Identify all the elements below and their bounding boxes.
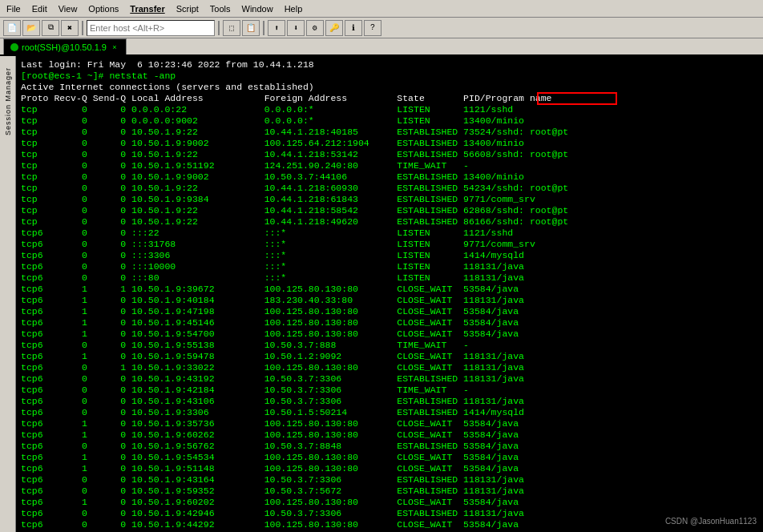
terminal-line: tcp6 1 0 10.50.1.9:54534 100.125.80.130:… (21, 452, 758, 463)
menu-transfer[interactable]: Transfer (125, 2, 169, 15)
menu-script[interactable]: Script (172, 2, 204, 15)
terminal-line: Proto Recv-Q Send-Q Local Address Foreig… (21, 93, 758, 104)
keygen-btn[interactable]: 🔑 (325, 20, 343, 36)
main-window: File Edit View Options Transfer Script T… (0, 0, 763, 532)
terminal-line: tcp6 0 0 10.50.1.9:56762 10.50.3.7:8848 … (21, 441, 758, 452)
terminal-line: [root@ecs-1 ~]# netstat -anp (21, 71, 758, 82)
toolbar: 📄 📂 ⧉ ✖ ⬚ 📋 ⬆ ⬇ ⚙ 🔑 ℹ ? (0, 18, 763, 38)
terminal-line: tcp6 1 0 10.50.1.9:40184 183.230.40.33:8… (21, 295, 758, 306)
menu-tools[interactable]: Tools (205, 2, 236, 15)
terminal-line: Active Internet connections (servers and… (21, 82, 758, 93)
settings-btn[interactable]: ⚙ (306, 20, 324, 36)
terminal-line: tcp6 0 0 10.50.1.9:43192 10.50.3.7:3306 … (21, 373, 758, 385)
terminal-line: tcp 0 0 10.50.1.9:22 10.44.1.218:60930 E… (21, 183, 758, 194)
new-session-btn[interactable]: 📄 (3, 20, 21, 36)
session-sidebar: Session Manager (0, 56, 16, 532)
terminal-line: tcp6 1 0 10.50.1.9:35736 100.125.80.130:… (21, 418, 758, 429)
terminal-line: tcp 0 0 10.50.1.9:22 10.44.1.218:53142 E… (21, 149, 758, 160)
terminal-line: tcp 0 0 10.50.1.9:9384 10.44.1.218:61843… (21, 194, 758, 205)
info-btn[interactable]: ℹ (345, 20, 362, 36)
tab-close-btn[interactable]: × (110, 42, 119, 52)
menu-file[interactable]: File (2, 2, 26, 15)
download-btn[interactable]: ⬇ (287, 20, 305, 36)
terminal-line: tcp6 0 0 10.50.1.9:44292 100.125.80.130:… (21, 519, 758, 530)
terminal-line: tcp6 0 0 :::3306 :::* LISTEN 1414/mysqld (21, 250, 758, 261)
terminal-line: tcp6 0 0 10.50.1.9:59352 10.50.3.7:5672 … (21, 486, 758, 497)
terminal-line: tcp6 0 0 10.50.1.9:3306 10.50.1.5:50214 … (21, 407, 758, 418)
terminal-line: tcp 0 0 10.50.1.9:51192 124.251.90.240:8… (21, 160, 758, 171)
tabbar: root(SSH)@10.50.1.9 × (0, 38, 763, 56)
terminal-line: tcp6 0 0 10.50.1.9:43164 10.50.3.7:3306 … (21, 474, 758, 486)
tab-label: root(SSH)@10.50.1.9 (22, 42, 107, 52)
help-btn[interactable]: ? (364, 20, 382, 36)
terminal-line: tcp6 0 0 :::80 :::* LISTEN 118131/java (21, 272, 758, 284)
session-manager-label: Session Manager (4, 67, 12, 135)
host-input[interactable] (87, 20, 215, 36)
terminal-line: tcp6 1 0 10.50.1.9:51148 100.125.80.130:… (21, 463, 758, 474)
terminal-line: tcp6 0 0 10.50.1.9:42184 10.50.3.7:3306 … (21, 385, 758, 396)
terminal-line: tcp 0 0 0.0.0.0:9002 0.0.0.0:* LISTEN 13… (21, 115, 758, 127)
sep3 (263, 21, 264, 35)
main-area: Session Manager Last login: Fri May 6 10… (0, 56, 763, 532)
terminal-line: tcp6 1 1 10.50.1.9:39672 100.125.80.130:… (21, 284, 758, 295)
terminal[interactable]: Last login: Fri May 6 10:23:46 2022 from… (16, 56, 763, 532)
terminal-line: tcp6 0 0 10.50.1.9:55138 10.50.3.7:888 T… (21, 340, 758, 351)
terminal-line: tcp6 0 0 10.50.1.9:42946 10.50.3.7:3306 … (21, 508, 758, 519)
watermark: CSDN @JasonHuan1123 (665, 516, 757, 527)
menu-view[interactable]: View (54, 2, 83, 15)
menu-window[interactable]: Window (237, 2, 278, 15)
terminal-line: tcp 0 0 10.50.1.9:22 10.44.1.218:58542 E… (21, 205, 758, 216)
sep2 (218, 21, 220, 35)
tab-status-icon (10, 43, 18, 51)
upload-btn[interactable]: ⬆ (268, 20, 285, 36)
copy-btn[interactable]: ⬚ (223, 20, 240, 36)
terminal-line: tcp6 1 0 10.50.1.9:60262 100.125.80.130:… (21, 429, 758, 441)
terminal-line: tcp6 0 0 10.50.1.9:43106 10.50.3.7:3306 … (21, 396, 758, 407)
terminal-line: tcp6 1 0 10.50.1.9:47198 100.125.80.130:… (21, 306, 758, 317)
terminal-line: tcp 0 0 10.50.1.9:9002 100.125.64.212:19… (21, 138, 758, 149)
open-btn[interactable]: 📂 (22, 20, 40, 36)
terminal-line: Last login: Fri May 6 10:23:46 2022 from… (21, 59, 758, 71)
terminal-line: tcp6 1 0 10.50.1.9:45146 100.125.80.130:… (21, 317, 758, 328)
terminal-line: tcp 0 0 10.50.1.9:9002 10.50.3.7:44106 E… (21, 171, 758, 183)
terminal-line: tcp6 0 0 :::10000 :::* LISTEN 118131/jav… (21, 261, 758, 272)
clone-btn[interactable]: ⧉ (42, 20, 59, 36)
terminal-line: tcp6 0 1 10.50.1.9:33022 100.125.80.130:… (21, 362, 758, 373)
terminal-line: tcp6 0 0 :::22 :::* LISTEN 1121/sshd (21, 228, 758, 239)
terminal-line: tcp 0 0 10.50.1.9:22 10.44.1.218:49620 E… (21, 216, 758, 228)
menu-options[interactable]: Options (83, 2, 123, 15)
sep1 (82, 21, 83, 35)
paste-btn[interactable]: 📋 (242, 20, 260, 36)
terminal-line: tcp6 1 0 10.50.1.9:59478 10.50.1.2:9092 … (21, 351, 758, 362)
terminal-line: tcp6 1 0 10.50.1.9:54700 100.125.80.130:… (21, 328, 758, 340)
menubar: File Edit View Options Transfer Script T… (0, 0, 763, 18)
menu-edit[interactable]: Edit (27, 2, 52, 15)
terminal-line: tcp 0 0 10.50.1.9:22 10.44.1.218:40185 E… (21, 127, 758, 138)
terminal-line: tcp 0 0 0.0.0.0:22 0.0.0.0:* LISTEN 1121… (21, 104, 758, 115)
terminal-line: tcp6 1 0 10.50.1.9:60202 100.125.80.130:… (21, 497, 758, 508)
close-btn[interactable]: ✖ (61, 20, 79, 36)
terminal-line: tcp6 0 0 :::31768 :::* LISTEN 9771/comm_… (21, 239, 758, 250)
menu-help[interactable]: Help (280, 2, 308, 15)
tab-session[interactable]: root(SSH)@10.50.1.9 × (3, 38, 127, 54)
